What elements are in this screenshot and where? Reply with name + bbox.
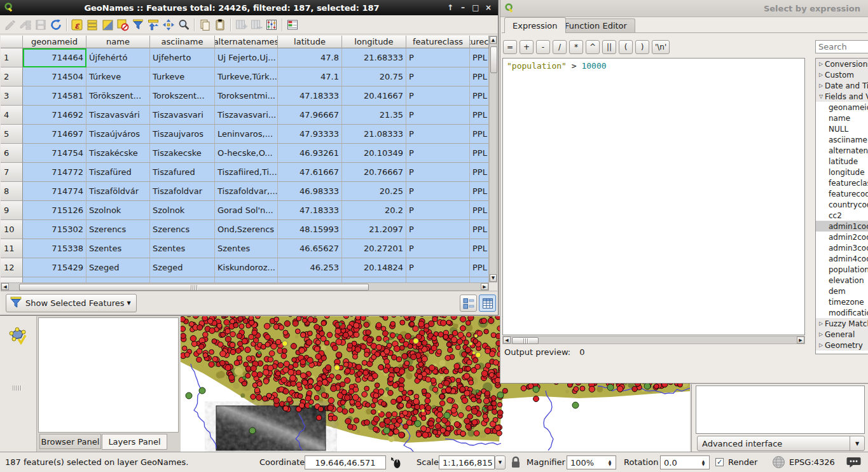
tree-item-conversions[interactable]: ▷Conversions	[816, 59, 868, 69]
table-cell[interactable]: Kiskundoroz...	[215, 258, 278, 277]
table-cell[interactable]: PPL	[470, 163, 489, 182]
operator-button[interactable]: (	[619, 40, 633, 54]
tree-item-fuzzy-matching[interactable]: ▷Fuzzy Matching	[816, 318, 868, 329]
table-cell[interactable]: Szerencs	[86, 220, 150, 239]
interface-mode-select[interactable]: Advanced interface ▼	[697, 436, 865, 451]
row-number[interactable]: 7	[1, 163, 23, 182]
minimize-button[interactable]: –	[458, 3, 467, 12]
tree-item-featureclass[interactable]: featureclass	[816, 177, 868, 188]
table-cell[interactable]: 21.35	[342, 106, 406, 125]
table-cell[interactable]: 46.86667	[278, 277, 342, 282]
table-cell[interactable]: P	[406, 48, 470, 67]
table-cell[interactable]: PPL	[470, 182, 489, 201]
table-vertical-scrollbar[interactable]: ▲ ▼	[489, 36, 497, 282]
filter-select-button[interactable]	[130, 17, 146, 32]
tab-function-editor[interactable]: Function Editor	[556, 18, 635, 32]
chevron-collapsed-icon[interactable]: ▷	[817, 61, 825, 67]
table-cell[interactable]: 714774	[23, 182, 86, 201]
table-cell[interactable]: 48.15993	[278, 220, 342, 239]
operator-button[interactable]: )	[635, 40, 649, 54]
table-cell[interactable]: Újfehértó	[86, 48, 150, 67]
column-header-name[interactable]: name	[86, 36, 150, 48]
table-cell[interactable]: P	[406, 277, 470, 282]
table-cell[interactable]: Tiszavasvari...	[215, 106, 278, 125]
function-search-input[interactable]	[815, 40, 868, 53]
table-cell[interactable]: 714504	[23, 67, 86, 87]
table-cell[interactable]: Szarvas	[150, 277, 215, 282]
table-cell[interactable]: P	[406, 87, 470, 106]
table-cell[interactable]: Szeged	[86, 258, 150, 277]
corner-header[interactable]	[1, 36, 23, 48]
table-cell[interactable]: 715488	[23, 277, 86, 282]
operator-button[interactable]: =	[503, 40, 517, 54]
table-row[interactable]: 9715126SzolnokSzolnokGorad Sol'n...47.18…	[1, 201, 489, 220]
table-cell[interactable]: 47.61667	[278, 163, 342, 182]
table-row[interactable]: 13715488SzarvasSzarvasSarvas,Szarvas46.8…	[1, 277, 489, 282]
table-row[interactable]: 10715302SzerencsSzerencsOnd,Szerencs48.1…	[1, 220, 489, 239]
table-cell[interactable]: Tiszavasvari	[150, 106, 215, 125]
table-cell[interactable]: PPL	[470, 48, 489, 67]
tree-item-latitude[interactable]: latitude	[816, 156, 868, 167]
table-cell[interactable]: Tiszafüred	[86, 163, 150, 182]
table-cell[interactable]: 20.27201	[342, 239, 406, 258]
table-cell[interactable]: 20.14824	[342, 258, 406, 277]
table-cell[interactable]: P	[406, 220, 470, 239]
tree-item-name[interactable]: name	[816, 113, 868, 123]
table-view-button[interactable]	[479, 295, 496, 312]
row-number[interactable]: 6	[1, 144, 23, 163]
table-cell[interactable]: PPL	[470, 67, 489, 87]
table-cell[interactable]: Tiszakécske	[86, 144, 150, 163]
table-horizontal-scrollbar[interactable]: ◀ ▶	[1, 282, 489, 291]
row-number[interactable]: 1	[1, 48, 23, 67]
tree-item-cc2[interactable]: cc2	[816, 210, 868, 221]
table-cell[interactable]: Turkeve,Túrk...	[215, 67, 278, 87]
table-cell[interactable]: Gorad Sol'n...	[215, 201, 278, 220]
reload-button[interactable]	[48, 17, 64, 32]
tab-layers-panel[interactable]: Layers Panel	[102, 434, 167, 450]
tree-item-elevation[interactable]: elevation	[816, 275, 868, 286]
maximize-button[interactable]: □	[471, 3, 480, 12]
tree-item-featurecode[interactable]: featurecode	[816, 188, 868, 199]
table-cell[interactable]: P	[406, 239, 470, 258]
scroll-left-icon[interactable]: ◀	[1, 283, 9, 290]
tree-item-date-and-time[interactable]: ▷Date and Time	[816, 80, 868, 91]
table-cell[interactable]: PPL	[470, 277, 489, 282]
scroll-right-icon[interactable]: ▶	[797, 337, 804, 344]
toggle-editing-button[interactable]	[3, 17, 18, 32]
select-all-button[interactable]	[85, 17, 100, 32]
table-cell[interactable]: 47.93333	[278, 125, 342, 144]
operator-button[interactable]: '\n'	[652, 40, 670, 54]
chevron-collapsed-icon[interactable]: ▷	[817, 331, 825, 337]
hscroll-thumb[interactable]	[19, 284, 369, 291]
table-cell[interactable]: 47.1	[278, 67, 342, 87]
table-cell[interactable]: Tiszavasvári	[86, 106, 150, 125]
show-selected-features-button[interactable]: Show Selected Features ▼	[6, 294, 137, 312]
table-cell[interactable]: PPL	[470, 106, 489, 125]
table-cell[interactable]: 47.96667	[278, 106, 342, 125]
row-number[interactable]: 10	[1, 220, 23, 239]
table-cell[interactable]: Sarvas,Szarvas	[215, 277, 278, 282]
table-cell[interactable]: Szeged	[150, 258, 215, 277]
table-cell[interactable]: 46.65627	[278, 239, 342, 258]
row-number[interactable]: 4	[1, 106, 23, 125]
tree-item-modificationdate[interactable]: modificationdate	[816, 307, 868, 318]
table-cell[interactable]: 20.75	[342, 67, 406, 87]
table-row[interactable]: 11715338SzentesSzentesSzentes46.6562720.…	[1, 239, 489, 258]
table-cell[interactable]: Törökszent...	[86, 87, 150, 106]
table-cell[interactable]: P	[406, 201, 470, 220]
copy-selection-button[interactable]	[197, 17, 212, 32]
conditional-formatting-button[interactable]	[285, 17, 300, 32]
table-cell[interactable]: 21.2097	[342, 220, 406, 239]
table-row[interactable]: 12715429SzegedSzegedKiskundoroz...46.253…	[1, 258, 489, 277]
coordinate-field[interactable]: 19.646,46.571	[305, 455, 386, 469]
rotation-spinbox[interactable]: 0.0 ▲▼	[660, 455, 710, 469]
paste-features-button[interactable]	[212, 17, 228, 32]
table-cell[interactable]: PPL	[470, 239, 489, 258]
column-header-latitude[interactable]: latitude	[278, 36, 342, 48]
table-cell[interactable]: 20.2	[342, 201, 406, 220]
zoom-to-selection-button[interactable]	[176, 17, 191, 32]
row-number[interactable]: 5	[1, 125, 23, 144]
tree-item-countrycode[interactable]: countrycode	[816, 199, 868, 210]
window-titlebar[interactable]: GeoNames :: Features total: 24426, filte…	[0, 0, 498, 15]
tree-item-null[interactable]: NULL	[816, 123, 868, 134]
